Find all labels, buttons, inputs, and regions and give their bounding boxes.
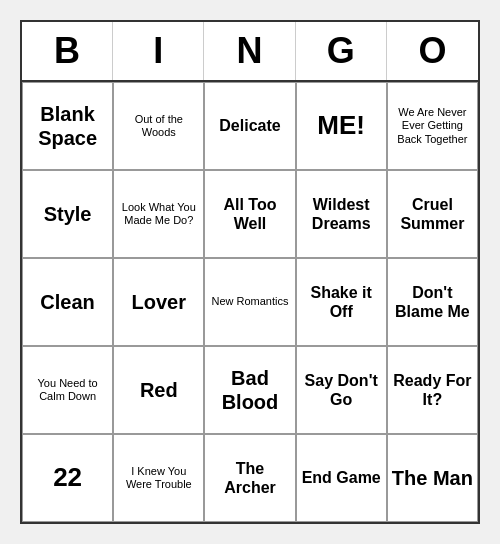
bingo-grid: Blank SpaceOut of the WoodsDelicateME!We… bbox=[22, 82, 478, 522]
bingo-cell-24: The Man bbox=[387, 434, 478, 522]
bingo-cell-10: Clean bbox=[22, 258, 113, 346]
bingo-cell-17: Bad Blood bbox=[204, 346, 295, 434]
bingo-letter-n: N bbox=[204, 22, 295, 80]
bingo-cell-9: Cruel Summer bbox=[387, 170, 478, 258]
bingo-cell-4: We Are Never Ever Getting Back Together bbox=[387, 82, 478, 170]
bingo-cell-21: I Knew You Were Trouble bbox=[113, 434, 204, 522]
bingo-letter-o: O bbox=[387, 22, 478, 80]
bingo-cell-22: The Archer bbox=[204, 434, 295, 522]
bingo-cell-0: Blank Space bbox=[22, 82, 113, 170]
bingo-letter-b: B bbox=[22, 22, 113, 80]
bingo-header: BINGO bbox=[22, 22, 478, 82]
bingo-cell-11: Lover bbox=[113, 258, 204, 346]
bingo-cell-3: ME! bbox=[296, 82, 387, 170]
bingo-cell-6: Look What You Made Me Do? bbox=[113, 170, 204, 258]
bingo-cell-18: Say Don't Go bbox=[296, 346, 387, 434]
bingo-cell-13: Shake it Off bbox=[296, 258, 387, 346]
bingo-cell-23: End Game bbox=[296, 434, 387, 522]
bingo-cell-20: 22 bbox=[22, 434, 113, 522]
bingo-cell-19: Ready For It? bbox=[387, 346, 478, 434]
bingo-cell-15: You Need to Calm Down bbox=[22, 346, 113, 434]
bingo-cell-5: Style bbox=[22, 170, 113, 258]
bingo-cell-1: Out of the Woods bbox=[113, 82, 204, 170]
bingo-cell-2: Delicate bbox=[204, 82, 295, 170]
bingo-cell-14: Don't Blame Me bbox=[387, 258, 478, 346]
bingo-cell-8: Wildest Dreams bbox=[296, 170, 387, 258]
bingo-card: BINGO Blank SpaceOut of the WoodsDelicat… bbox=[20, 20, 480, 524]
bingo-cell-16: Red bbox=[113, 346, 204, 434]
bingo-cell-7: All Too Well bbox=[204, 170, 295, 258]
bingo-cell-12: New Romantics bbox=[204, 258, 295, 346]
bingo-letter-i: I bbox=[113, 22, 204, 80]
bingo-letter-g: G bbox=[296, 22, 387, 80]
